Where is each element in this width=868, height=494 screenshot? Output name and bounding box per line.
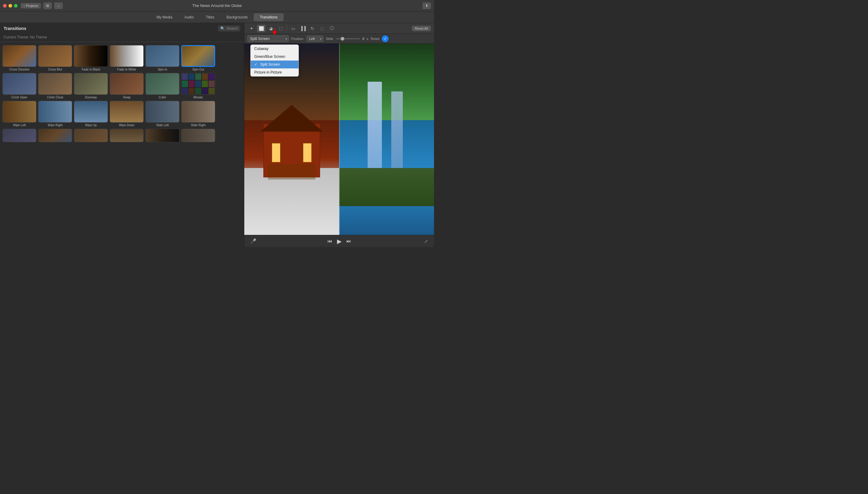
view-toggle-button[interactable]: ⊞: [43, 2, 52, 9]
transition-thumb-ripple: [38, 129, 72, 142]
preview-controls: 🎤 ⏮ ▶ ⏭ ⤢: [244, 235, 434, 247]
transition-label: Cube: [145, 96, 179, 99]
transition-fade-to-black[interactable]: Fade to Black: [74, 45, 108, 71]
download-button[interactable]: ↓: [54, 2, 63, 9]
transition-mosaic[interactable]: Mosaic: [181, 73, 215, 99]
transition-label: Fade to Black: [74, 68, 108, 71]
transition-wipe-down[interactable]: Wipe Down: [110, 101, 144, 127]
transition-grid[interactable]: [110, 129, 144, 142]
main-area: Transitions 🔍 Search Current Theme: No T…: [0, 23, 434, 247]
transition-swap[interactable]: Swap: [110, 73, 144, 99]
current-theme: Current Theme: No Theme: [0, 34, 244, 42]
transition-thumb-doorway: [74, 73, 108, 95]
transition-fade-to-white[interactable]: Fade to White: [110, 45, 144, 71]
position-label: Position:: [291, 37, 304, 41]
transition-cross-blur[interactable]: Cross Blur: [38, 45, 72, 71]
wand-tool-button[interactable]: ✦: [247, 25, 256, 32]
pip-label: Picture in Picture: [254, 70, 282, 74]
transition-label: Wipe Up: [74, 124, 108, 127]
dropdown-item-cutaway[interactable]: Cutaway: [251, 45, 299, 53]
close-button[interactable]: [3, 4, 7, 7]
speed-tool-button[interactable]: ↻: [308, 25, 317, 32]
reset-all-button[interactable]: Reset All: [412, 26, 431, 31]
transition-ripple[interactable]: [38, 129, 72, 142]
dropdown-item-greenblue[interactable]: Green/Blue Screen: [251, 53, 299, 60]
projects-button[interactable]: ‹ Projects: [21, 3, 41, 8]
transition-label: Mosaic: [181, 96, 215, 99]
titlebar-left-controls: ‹ Projects ⊞ ↓: [21, 2, 63, 9]
transition-circle-close[interactable]: Circle Close: [38, 73, 72, 99]
share-button[interactable]: ⬆: [422, 2, 431, 9]
transition-wipe-right[interactable]: Wipe Right: [38, 101, 72, 127]
slide-unit: s: [367, 37, 368, 41]
transition-fall-away[interactable]: [145, 129, 179, 142]
transition-thumb-spin-out: [181, 45, 215, 67]
nav-transitions[interactable]: Transitions: [254, 13, 283, 21]
transition-slide-left[interactable]: Slide Left: [145, 101, 179, 127]
transition-wipe-left[interactable]: Wipe Left: [2, 101, 36, 127]
mask-tool-button[interactable]: ◌: [318, 25, 326, 32]
transition-thumb-cross-blur: [38, 45, 72, 67]
projects-label: Projects: [26, 4, 38, 7]
nav-audio[interactable]: Audio: [178, 13, 200, 21]
search-icon: 🔍: [220, 26, 225, 31]
transition-doorway[interactable]: Doorway: [74, 73, 108, 99]
reset-button[interactable]: Reset: [370, 37, 379, 41]
transition-spin-in[interactable]: Spin In: [145, 45, 179, 71]
skip-forward-button[interactable]: ⏭: [346, 239, 351, 244]
skip-back-button[interactable]: ⏮: [327, 239, 332, 244]
position-dropdown[interactable]: Left Right: [306, 36, 323, 42]
transition-thumb-fade-black: [74, 45, 108, 67]
transition-swing[interactable]: [74, 129, 108, 142]
maximize-button[interactable]: [14, 4, 18, 7]
splitscreen-label: Split Screen: [260, 62, 280, 66]
minimize-button[interactable]: [8, 4, 12, 7]
slide-label: Slide: [326, 37, 333, 41]
transition-circle-open[interactable]: Circle Open: [2, 73, 36, 99]
transition-thumb-page-curl: [2, 129, 36, 142]
transition-thumb-wipe-right: [38, 101, 72, 122]
confirm-button[interactable]: ✓: [382, 35, 388, 42]
search-label: Search: [227, 26, 238, 31]
info-tool-button[interactable]: ⓘ: [328, 25, 336, 32]
dropdown-item-pip[interactable]: Picture in Picture: [251, 69, 299, 76]
transition-other[interactable]: [181, 129, 215, 142]
transition-wipe-up[interactable]: Wipe Up: [74, 101, 108, 127]
transition-thumb-circle-close: [38, 73, 72, 95]
transition-thumb-slide-right: [181, 101, 215, 122]
nav-backgrounds[interactable]: Backgrounds: [220, 13, 254, 21]
transition-label: Wipe Down: [110, 124, 144, 127]
transition-label: Cross Blur: [38, 68, 72, 71]
traffic-lights: [3, 4, 18, 7]
transition-page-curl[interactable]: [2, 129, 36, 142]
transition-cube[interactable]: Cube: [145, 73, 179, 99]
effect-type-dropdown[interactable]: Cutaway Green/Blue Screen Split Screen P…: [247, 35, 289, 42]
transition-thumb-swing: [74, 129, 108, 142]
transition-thumb-slide-left: [145, 101, 179, 122]
grid-row-1: Cross Dissolve Cross Blur Fade to Black …: [2, 45, 241, 71]
search-box[interactable]: 🔍 Search: [218, 25, 240, 32]
grid-row-4: [2, 129, 241, 142]
dropdown-item-splitscreen[interactable]: ✓ Split Screen: [251, 60, 299, 69]
slide-track[interactable]: [336, 38, 360, 39]
preview-divider: [339, 43, 340, 235]
transition-slide-right[interactable]: Slide Right: [181, 101, 215, 127]
slide-thumb[interactable]: [341, 37, 344, 41]
camera-tool-button[interactable]: ▭: [289, 25, 297, 32]
transition-label: Slide Right: [181, 124, 215, 127]
cutaway-label: Cutaway: [254, 46, 269, 51]
transition-label: Wipe Left: [2, 124, 36, 127]
nav-titles[interactable]: Titles: [200, 13, 220, 21]
transition-label: Circle Open: [2, 96, 36, 99]
play-button[interactable]: ▶: [337, 238, 342, 245]
transition-label: Spin Out: [181, 68, 215, 71]
red-arrow-indicator: [270, 28, 279, 35]
transition-spin-out[interactable]: Spin Out: [181, 45, 215, 71]
nav-my-media[interactable]: My Media: [150, 13, 178, 21]
fullscreen-button[interactable]: ⤢: [424, 239, 428, 244]
transition-thumb-wipe-up: [74, 101, 108, 122]
microphone-button[interactable]: 🎤: [250, 238, 256, 244]
transform-tool-button[interactable]: ⬜: [257, 25, 266, 32]
transition-cross-dissolve[interactable]: Cross Dissolve: [2, 45, 36, 71]
audio-tool-button[interactable]: ▐▐: [299, 25, 307, 32]
